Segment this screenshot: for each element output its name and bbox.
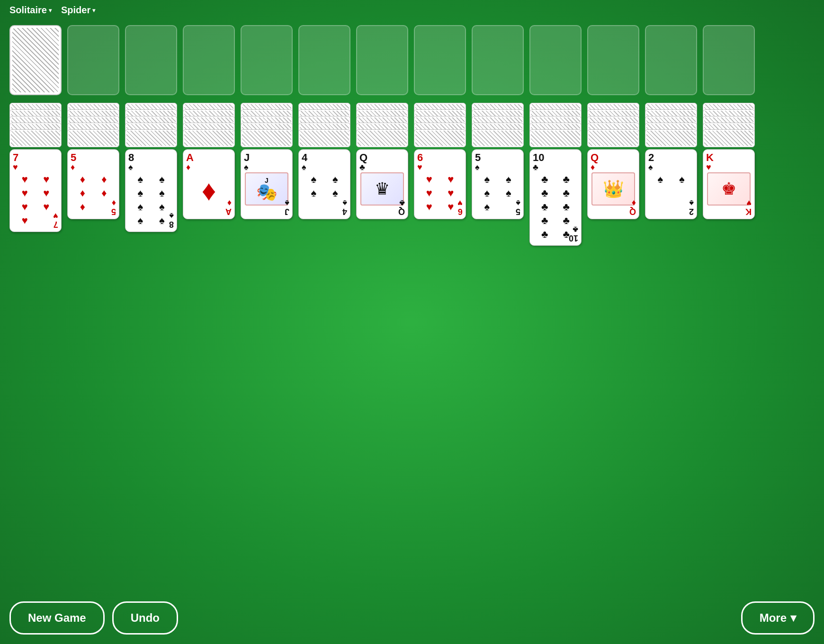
solitaire-menu[interactable]: Solitaire ▾ [9,5,52,16]
foundation-slot-9[interactable] [529,25,582,95]
face-down-stack [645,103,697,147]
face-down-card [183,129,235,147]
more-arrow: ▾ [790,611,796,625]
tableau-column-12[interactable]: K♥♚K♥ [703,103,755,246]
face-up-card[interactable]: 8♠♠♠♠♠♠♠♠♠8♠ [125,149,177,232]
solitaire-label: Solitaire [9,5,47,16]
face-up-card[interactable]: Q♦👑Q♦ [587,149,639,219]
tableau-column-5[interactable]: 4♠♠♠♠♠4♠ [298,103,350,246]
foundation-slot-11[interactable] [645,25,697,95]
tableau-column-10[interactable]: Q♦👑Q♦ [587,103,639,246]
foundation-slot-4[interactable] [241,25,293,95]
foundation-slot-10[interactable] [587,25,639,95]
foundation-slot-8[interactable] [472,25,524,95]
foundation-slot-5[interactable] [298,25,350,95]
foundation-slot-7[interactable] [414,25,466,95]
undo-button[interactable]: Undo [112,601,178,635]
face-up-card[interactable]: 2♠♠♠2♠ [645,149,697,219]
face-down-stack [125,103,177,147]
tableau-column-0[interactable]: 7♥♥♥♥♥♥♥♥7♥ [9,103,62,246]
face-up-card[interactable]: 6♥♥♥♥♥♥♥6♥ [414,149,466,219]
face-down-stack [67,103,119,147]
face-down-card [472,129,524,147]
face-down-card [67,129,119,147]
tableau-column-4[interactable]: J♠J🎭J♠ [241,103,293,246]
face-down-card [241,129,293,147]
face-down-stack [529,103,582,147]
face-up-card[interactable]: 7♥♥♥♥♥♥♥♥7♥ [9,149,62,232]
more-label: More [760,611,787,625]
face-down-stack [587,103,639,147]
face-down-stack [356,103,408,147]
foundation-slot-1[interactable] [67,25,119,95]
foundation-slot-2[interactable] [125,25,177,95]
spider-arrow: ▾ [92,7,95,14]
face-up-card[interactable]: J♠J🎭J♠ [241,149,293,219]
face-down-stack [703,103,755,147]
tableau-column-7[interactable]: 6♥♥♥♥♥♥♥6♥ [414,103,466,246]
face-down-card [414,129,466,147]
new-game-button[interactable]: New Game [9,601,105,635]
face-down-stack [472,103,524,147]
face-down-card [529,129,582,147]
tableau-column-9[interactable]: 10♣♣♣♣♣♣♣♣♣♣♣10♣ [529,103,582,246]
face-up-card[interactable]: A♦♦A♦ [183,149,235,219]
bottom-left-buttons: New Game Undo [9,601,178,635]
tableau-column-6[interactable]: Q♣♛Q♣ [356,103,408,246]
face-down-card [356,129,408,147]
top-row [9,25,815,95]
face-up-card[interactable]: 5♠♠♠♠♠♠5♠ [472,149,524,219]
face-down-card [298,129,350,147]
face-down-card [125,129,177,147]
stock-pile[interactable] [9,25,62,95]
foundation-slot-12[interactable] [703,25,755,95]
face-up-card[interactable]: K♥♚K♥ [703,149,755,219]
spider-label: Spider [61,5,90,16]
foundation-slot-3[interactable] [183,25,235,95]
solitaire-arrow: ▾ [49,7,52,14]
face-up-card[interactable]: 10♣♣♣♣♣♣♣♣♣♣♣10♣ [529,149,582,246]
game-area: 7♥♥♥♥♥♥♥♥7♥5♦♦♦♦♦♦5♦8♠♠♠♠♠♠♠♠♠8♠A♦♦A♦J♠J… [0,20,824,250]
header: Solitaire ▾ Spider ▾ [0,0,824,20]
face-down-stack [183,103,235,147]
face-down-card [645,129,697,147]
face-down-card [9,129,62,147]
face-down-stack [241,103,293,147]
tableau-column-1[interactable]: 5♦♦♦♦♦♦5♦ [67,103,119,246]
more-button[interactable]: More ▾ [741,601,815,635]
bottom-bar: New Game Undo More ▾ [9,601,815,635]
face-down-card [703,129,755,147]
face-down-stack [9,103,62,147]
tableau-column-8[interactable]: 5♠♠♠♠♠♠5♠ [472,103,524,246]
foundation-slot-6[interactable] [356,25,408,95]
tableau-column-3[interactable]: A♦♦A♦ [183,103,235,246]
tableau: 7♥♥♥♥♥♥♥♥7♥5♦♦♦♦♦♦5♦8♠♠♠♠♠♠♠♠♠8♠A♦♦A♦J♠J… [9,103,815,246]
face-up-card[interactable]: 5♦♦♦♦♦♦5♦ [67,149,119,219]
spider-menu[interactable]: Spider ▾ [61,5,95,16]
tableau-column-2[interactable]: 8♠♠♠♠♠♠♠♠♠8♠ [125,103,177,246]
face-down-card [587,129,639,147]
tableau-column-11[interactable]: 2♠♠♠2♠ [645,103,697,246]
face-down-stack [414,103,466,147]
face-down-stack [298,103,350,147]
face-up-card[interactable]: Q♣♛Q♣ [356,149,408,219]
face-up-card[interactable]: 4♠♠♠♠♠4♠ [298,149,350,219]
